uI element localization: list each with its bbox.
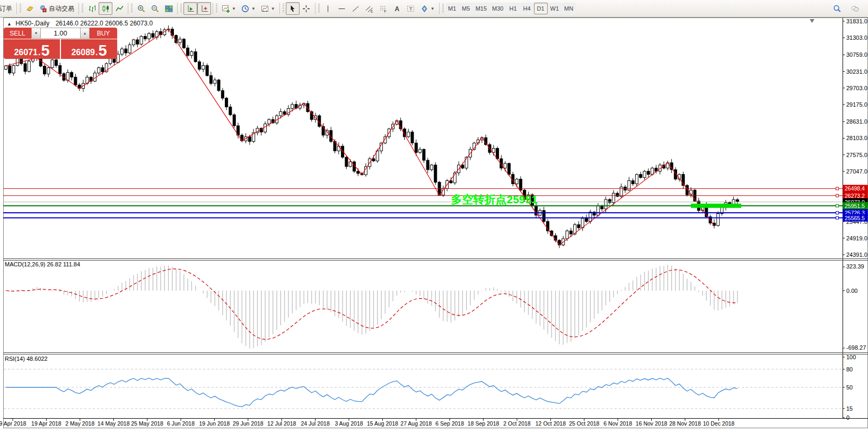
toolbar-group-handle[interactable]: [82, 4, 83, 13]
volume-decrease-button[interactable]: ▼: [31, 28, 41, 39]
text-button[interactable]: A: [390, 2, 404, 15]
candle-body: [566, 231, 568, 239]
candle-body: [43, 66, 46, 74]
timeframe-m5-button[interactable]: M5: [459, 3, 473, 14]
hline-icon: [338, 5, 346, 13]
one-click-panel-toggle[interactable]: ▲: [7, 21, 12, 27]
line-handle[interactable]: [836, 187, 839, 190]
line-handle[interactable]: [836, 194, 839, 197]
candle-body: [47, 68, 50, 74]
timeframe-m1-button[interactable]: M1: [445, 3, 459, 14]
templates-button[interactable]: ▼: [258, 2, 278, 15]
candlestick-chart-button[interactable]: [99, 2, 112, 15]
chart-shift-button[interactable]: [197, 2, 211, 15]
trendline-button[interactable]: [349, 2, 363, 15]
toolbar-group-handle[interactable]: [283, 4, 284, 13]
price-tick-label: 24391.0: [846, 252, 867, 258]
buy-price[interactable]: 26089 . 5: [61, 39, 117, 59]
indicators-button[interactable]: ▼: [219, 2, 239, 15]
volume-increase-button[interactable]: ▲: [80, 28, 90, 39]
zoom-out-button[interactable]: [148, 2, 162, 15]
bar-chart-button[interactable]: [85, 2, 99, 15]
candle-body: [187, 48, 189, 55]
autotrading-button[interactable]: 自动交易: [37, 2, 77, 15]
toolbar-group-handle[interactable]: [20, 4, 21, 13]
tile-windows-button[interactable]: [162, 2, 176, 15]
candle-body: [632, 180, 634, 184]
timeframe-mn-button[interactable]: MN: [562, 3, 576, 14]
toolbar-group-handle[interactable]: [318, 4, 320, 13]
label-icon: T: [407, 5, 415, 13]
zoom-in-button[interactable]: [134, 2, 148, 15]
chevron-down-icon[interactable]: ▼: [232, 6, 236, 11]
timeframe-bar: M1M5M15M30H1H4D1W1MN: [441, 3, 576, 14]
periods-icon: [241, 5, 249, 13]
chat-button[interactable]: [848, 2, 862, 15]
toolbar-separator: [78, 3, 79, 14]
chart-canvas[interactable]: 31831.031303.030759.030231.029703.029175…: [0, 0, 868, 433]
pivot-annotation-text[interactable]: 多空转折点25951: [451, 193, 538, 206]
date-tick-label: 14 May 2018: [98, 420, 130, 427]
volume-input[interactable]: 1.00: [41, 28, 80, 39]
date-tick-label: 3 Aug 2018: [335, 420, 363, 427]
timeframe-m15-button[interactable]: M15: [473, 3, 489, 14]
search-button[interactable]: [830, 2, 844, 15]
chevron-down-icon[interactable]: ▼: [271, 6, 275, 11]
candle-body: [547, 221, 549, 231]
chevron-down-icon[interactable]: ▼: [431, 6, 435, 11]
price-tick-label: 28103.0: [846, 135, 867, 141]
cursor-button[interactable]: [286, 2, 300, 15]
date-tick-label: 24 Jul 2018: [301, 420, 329, 427]
price-tag-label: 25951.5: [845, 203, 865, 209]
equidistant-channel-button[interactable]: E: [363, 2, 376, 15]
auto-scroll-button[interactable]: [183, 2, 197, 15]
vline-icon: [324, 5, 332, 13]
line-handle[interactable]: [836, 212, 839, 214]
text-label-button[interactable]: T: [404, 2, 418, 15]
candles-icon: [102, 5, 110, 13]
toolbar-group-handle[interactable]: [442, 4, 444, 13]
zoom-out-icon: [151, 5, 159, 13]
sell-button[interactable]: SELL: [4, 28, 31, 39]
new-order-icon-button[interactable]: [23, 2, 37, 15]
toolbar-group-handle[interactable]: [131, 4, 133, 13]
new-order-button[interactable]: 订单: [0, 2, 15, 15]
candle-body: [717, 214, 720, 226]
candle-body: [152, 33, 154, 37]
crosshair-button[interactable]: [300, 2, 313, 15]
line-chart-button[interactable]: [112, 2, 126, 15]
date-tick-label: 29 Jun 2018: [233, 420, 264, 427]
svg-text:E: E: [371, 9, 373, 13]
candle-body: [98, 68, 100, 73]
search-icon: [833, 5, 841, 13]
timeframe-w1-button[interactable]: W1: [548, 3, 562, 14]
horizontal-line-button[interactable]: [335, 2, 349, 15]
arrows-button[interactable]: ▼: [418, 2, 437, 15]
sell-price[interactable]: 26071 . 5: [4, 39, 60, 59]
fibonacci-button[interactable]: F: [376, 2, 390, 15]
candle-body: [508, 163, 511, 175]
candle-body: [264, 124, 267, 132]
timeframe-h1-button[interactable]: H1: [506, 3, 520, 14]
candle-body: [515, 179, 518, 184]
timeframe-d1-button[interactable]: D1: [534, 3, 548, 14]
periods-button[interactable]: ▼: [239, 2, 258, 15]
timeframe-m30-button[interactable]: M30: [489, 3, 506, 14]
toolbar-group-handle[interactable]: [216, 4, 217, 13]
date-tick-label: 6 Nov 2018: [603, 420, 632, 427]
timeframe-h4-button[interactable]: H4: [520, 3, 534, 14]
line-handle[interactable]: [836, 216, 839, 219]
buy-button[interactable]: BUY: [90, 28, 117, 39]
date-tick-label: 27 Aug 2018: [400, 420, 432, 427]
candle-body: [202, 65, 205, 69]
candle-body: [283, 111, 286, 114]
candle-body: [8, 66, 11, 73]
vertical-line-button[interactable]: [321, 2, 335, 15]
candle-body: [349, 162, 352, 167]
chevron-down-icon[interactable]: ▼: [251, 6, 256, 11]
line-handle[interactable]: [836, 204, 839, 207]
toolbar-group-handle[interactable]: [180, 4, 182, 13]
candle-body: [426, 160, 429, 170]
candle-body: [16, 58, 19, 66]
candle-body: [589, 212, 592, 222]
